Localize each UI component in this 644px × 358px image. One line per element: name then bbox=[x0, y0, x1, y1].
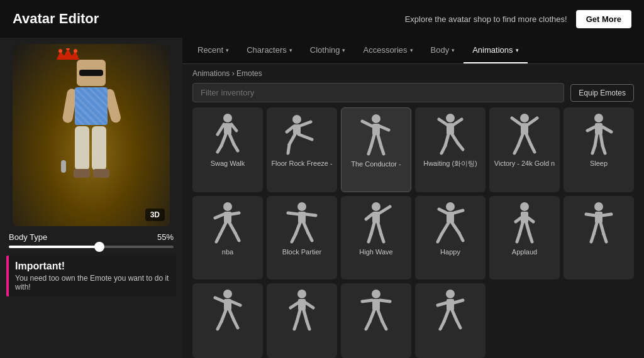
avatar-sunglasses bbox=[79, 70, 103, 76]
grid-item-high-wave[interactable]: High Wave bbox=[341, 196, 411, 279]
avatar-leg-right bbox=[92, 126, 106, 170]
item-icon bbox=[577, 112, 621, 156]
slider-thumb[interactable] bbox=[94, 242, 104, 252]
svg-line-39 bbox=[518, 134, 523, 146]
grid-item-extra2[interactable] bbox=[267, 283, 337, 358]
avatar-mic bbox=[61, 160, 66, 173]
avatar-head bbox=[77, 60, 106, 86]
header: Avatar Editor Explore the avatar shop to… bbox=[0, 0, 644, 38]
grid-item-extra3[interactable] bbox=[341, 283, 411, 358]
item-icon bbox=[577, 201, 621, 245]
svg-line-79 bbox=[441, 223, 448, 234]
tab-animations[interactable]: Animations ▾ bbox=[464, 38, 527, 63]
grid-item-sleep[interactable]: Sleep bbox=[564, 107, 634, 192]
svg-line-47 bbox=[595, 134, 597, 146]
svg-point-115 bbox=[372, 290, 380, 298]
grid-item-happy[interactable]: Happy bbox=[415, 196, 486, 279]
tab-recent-label: Recent bbox=[197, 45, 223, 55]
svg-line-34 bbox=[458, 143, 463, 149]
chevron-down-icon: ▾ bbox=[289, 47, 292, 53]
svg-line-42 bbox=[531, 144, 535, 152]
item-icon bbox=[280, 288, 324, 332]
svg-line-70 bbox=[380, 207, 390, 213]
grid-item-conductor[interactable]: The Conductor - bbox=[341, 107, 411, 192]
grid-item-victory[interactable]: Victory - 24k Gold n bbox=[489, 107, 560, 192]
svg-line-62 bbox=[306, 214, 316, 215]
svg-rect-108 bbox=[298, 299, 306, 310]
tab-accessories[interactable]: Accessories ▾ bbox=[354, 38, 421, 63]
item-icon bbox=[428, 288, 472, 332]
svg-line-71 bbox=[371, 223, 374, 234]
avatar-legs bbox=[75, 126, 108, 170]
item-icon bbox=[354, 288, 398, 332]
items-grid: Swag Walk Floor Rock Freeze - bbox=[182, 107, 644, 358]
grid-item-extra4[interactable] bbox=[415, 283, 486, 358]
grid-item-nba[interactable]: nba bbox=[192, 196, 263, 279]
avatar-preview: 3D bbox=[13, 44, 170, 226]
svg-line-17 bbox=[299, 134, 312, 139]
svg-line-14 bbox=[287, 127, 293, 132]
svg-line-23 bbox=[371, 135, 374, 146]
svg-point-12 bbox=[292, 115, 301, 124]
svg-point-1 bbox=[58, 49, 62, 53]
grid-item-floor-rock[interactable]: Floor Rock Freeze - bbox=[267, 107, 337, 192]
grid-item-empty1[interactable] bbox=[564, 196, 634, 279]
svg-line-7 bbox=[231, 124, 236, 131]
svg-line-130 bbox=[457, 320, 460, 328]
get-more-button[interactable]: Get More bbox=[576, 10, 631, 28]
grid-item-applaud[interactable]: Applaud bbox=[489, 196, 560, 279]
svg-line-81 bbox=[438, 234, 441, 242]
body-type-slider[interactable] bbox=[9, 246, 174, 248]
tab-body[interactable]: Body ▾ bbox=[422, 38, 464, 63]
svg-line-74 bbox=[381, 234, 384, 242]
body-type-value: 55% bbox=[157, 232, 174, 242]
grid-item-extra1[interactable] bbox=[192, 283, 263, 358]
grid-item-hwaiting[interactable]: Hwaiting (화이팅) bbox=[415, 107, 486, 192]
svg-point-3 bbox=[74, 49, 77, 53]
svg-line-120 bbox=[378, 310, 382, 322]
svg-line-21 bbox=[362, 121, 372, 126]
svg-line-128 bbox=[452, 310, 457, 320]
svg-line-106 bbox=[234, 320, 238, 328]
svg-line-86 bbox=[528, 218, 533, 222]
item-icon bbox=[354, 113, 398, 157]
filter-input[interactable] bbox=[192, 83, 564, 102]
svg-line-9 bbox=[230, 134, 234, 144]
grid-item-swag-walk[interactable]: Swag Walk bbox=[192, 107, 263, 192]
svg-line-110 bbox=[306, 303, 313, 308]
tab-characters[interactable]: Characters ▾ bbox=[238, 38, 301, 63]
breadcrumb-current: Emotes bbox=[236, 69, 262, 78]
svg-line-95 bbox=[594, 223, 597, 234]
svg-line-48 bbox=[601, 134, 602, 146]
svg-line-118 bbox=[380, 300, 390, 301]
tab-clothing-label: Clothing bbox=[310, 45, 340, 55]
item-label: nba bbox=[222, 247, 233, 256]
avatar-figure bbox=[53, 60, 129, 210]
svg-line-111 bbox=[297, 310, 300, 322]
svg-line-6 bbox=[218, 124, 224, 134]
item-label: Applaud bbox=[512, 247, 537, 256]
svg-line-87 bbox=[519, 223, 523, 234]
svg-line-54 bbox=[231, 213, 239, 214]
important-title: Important! bbox=[15, 261, 170, 272]
grid-item-block-partier[interactable]: Block Partier bbox=[267, 196, 337, 279]
svg-line-96 bbox=[601, 223, 604, 234]
svg-point-75 bbox=[446, 202, 455, 211]
svg-line-129 bbox=[440, 322, 444, 329]
breadcrumb-root[interactable]: Animations bbox=[192, 69, 230, 78]
svg-line-11 bbox=[234, 144, 238, 151]
svg-line-65 bbox=[292, 234, 296, 242]
svg-line-89 bbox=[517, 234, 519, 242]
tab-recent[interactable]: Recent ▾ bbox=[189, 38, 238, 63]
svg-line-26 bbox=[381, 146, 384, 154]
item-label: Hwaiting (화이팅) bbox=[423, 159, 477, 168]
svg-line-122 bbox=[382, 322, 386, 329]
tab-clothing[interactable]: Clothing ▾ bbox=[301, 38, 355, 63]
svg-point-107 bbox=[297, 290, 306, 298]
equip-emotes-button[interactable]: Equip Emotes bbox=[570, 84, 634, 102]
svg-line-33 bbox=[441, 146, 445, 153]
svg-line-56 bbox=[230, 223, 235, 233]
svg-point-43 bbox=[594, 114, 603, 122]
svg-line-94 bbox=[602, 214, 611, 215]
svg-line-55 bbox=[220, 223, 226, 234]
